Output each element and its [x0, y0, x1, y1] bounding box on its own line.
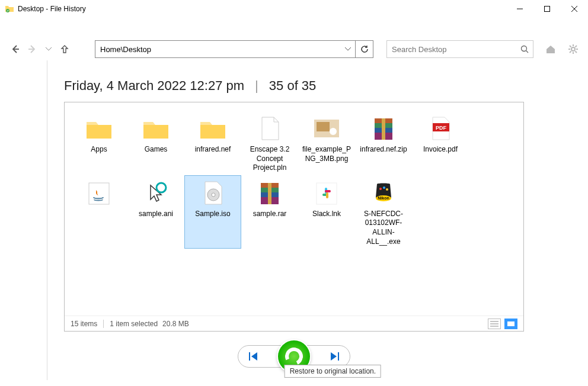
back-button[interactable] — [9, 42, 20, 56]
file-label: Slack.lnk — [312, 210, 341, 219]
forward-button[interactable] — [27, 42, 38, 56]
heading-separator: | — [255, 78, 258, 94]
svg-rect-2 — [545, 7, 550, 12]
sidebar — [0, 60, 47, 380]
title-bar: Desktop - File History — [0, 0, 588, 18]
search-box — [386, 40, 533, 58]
file-item[interactable] — [71, 175, 127, 249]
file-item[interactable]: Games — [127, 111, 184, 175]
maximize-button[interactable] — [533, 0, 561, 18]
svg-point-7 — [522, 46, 527, 52]
minimize-button[interactable] — [506, 0, 533, 18]
slack-icon — [310, 178, 343, 208]
file-label: Invoice.pdf — [423, 145, 458, 155]
address-dropdown[interactable] — [341, 41, 355, 57]
svg-line-8 — [526, 51, 529, 53]
svg-point-29 — [156, 183, 166, 192]
nikon-icon: Nikon — [367, 178, 400, 208]
file-label: Enscape 3.2 Concept Project.pln — [244, 145, 296, 173]
pdf-icon: PDF — [424, 113, 457, 144]
file-label: infrared.nef.zip — [360, 145, 407, 155]
svg-point-44 — [379, 188, 382, 190]
file-label: sample.rar — [253, 210, 287, 219]
svg-rect-50 — [507, 321, 514, 326]
address-bar — [95, 40, 373, 58]
iso-icon — [196, 178, 229, 208]
svg-point-45 — [383, 186, 385, 189]
svg-rect-41 — [325, 190, 331, 192]
folder-icon — [82, 113, 116, 144]
next-version-button[interactable] — [330, 352, 339, 361]
app-icon — [5, 4, 14, 14]
file-item[interactable]: infrared.nef — [184, 111, 241, 175]
home-icon[interactable] — [545, 43, 556, 56]
svg-rect-52 — [338, 352, 339, 361]
svg-point-46 — [386, 188, 388, 191]
file-item[interactable]: sample.ani — [127, 175, 184, 249]
svg-text:Nikon: Nikon — [378, 196, 389, 200]
snapshot-heading: Friday, 4 March 2022 12:27 pm | 35 of 35 — [0, 60, 588, 102]
svg-line-14 — [570, 46, 571, 47]
file-item[interactable]: Apps — [71, 111, 127, 175]
svg-rect-51 — [249, 352, 250, 361]
previous-version-button[interactable] — [249, 352, 258, 361]
close-button[interactable] — [561, 0, 588, 18]
svg-point-20 — [330, 128, 337, 135]
nav-toolbar — [0, 38, 588, 60]
view-details-icon[interactable] — [488, 319, 501, 329]
file-label: Apps — [91, 145, 107, 155]
svg-point-9 — [571, 47, 575, 51]
up-button[interactable] — [60, 42, 70, 56]
folder-icon — [139, 113, 172, 144]
status-size: 20.8 MB — [162, 320, 189, 328]
search-input[interactable] — [387, 45, 516, 54]
svg-rect-25 — [382, 118, 385, 140]
svg-rect-28 — [89, 183, 109, 204]
svg-line-16 — [576, 46, 577, 47]
file-item[interactable]: PDFInvoice.pdf — [412, 111, 469, 175]
search-icon[interactable] — [516, 45, 533, 53]
file-item[interactable]: NikonS-NEFCDC-013102WF-ALLIN-ALL__.exe — [355, 175, 412, 249]
settings-icon[interactable] — [568, 43, 579, 56]
file-label: file_example_PNG_3MB.png — [301, 145, 353, 163]
cursor-icon — [139, 178, 172, 208]
snapshot-counter: 35 of 35 — [269, 78, 317, 94]
svg-point-31 — [212, 193, 215, 197]
file-label: Games — [145, 145, 168, 155]
file-label: sample.ani — [139, 210, 173, 219]
view-thumbnails-icon[interactable] — [504, 319, 517, 329]
file-label: infrared.nef — [195, 145, 231, 155]
file-item[interactable]: Enscape 3.2 Concept Project.pln — [241, 111, 298, 175]
svg-rect-19 — [317, 122, 330, 131]
file-label: Sample.iso — [195, 210, 230, 219]
svg-line-15 — [576, 52, 577, 53]
refresh-button[interactable] — [355, 41, 373, 57]
status-selection: 1 item selected — [110, 320, 158, 328]
restore-tooltip: Restore to original location. — [285, 365, 381, 378]
svg-rect-36 — [268, 183, 271, 204]
folder-icon — [196, 113, 229, 144]
timeline-controls: Restore to original location. — [0, 339, 588, 374]
file-item[interactable]: file_example_PNG_3MB.png — [298, 111, 355, 175]
java-icon — [82, 178, 116, 208]
file-panel: AppsGamesinfrared.nefEnscape 3.2 Concept… — [64, 102, 524, 332]
svg-rect-40 — [326, 192, 328, 198]
status-bar: 15 items 1 item selected 20.8 MB — [65, 316, 523, 331]
file-item[interactable]: sample.rar — [241, 175, 298, 249]
file-label: S-NEFCDC-013102WF-ALLIN-ALL__.exe — [357, 210, 410, 246]
file-item[interactable]: Sample.iso — [184, 175, 241, 249]
svg-line-17 — [570, 52, 571, 53]
archive-icon — [253, 178, 286, 208]
file-item[interactable]: infrared.nef.zip — [355, 111, 412, 175]
status-item-count: 15 items — [71, 320, 97, 328]
window-title: Desktop - File History — [18, 5, 86, 13]
svg-text:PDF: PDF — [436, 125, 447, 131]
file-grid: AppsGamesinfrared.nefEnscape 3.2 Concept… — [65, 102, 523, 257]
image-icon — [310, 113, 343, 144]
file-item[interactable]: Slack.lnk — [298, 175, 355, 249]
history-dropdown[interactable] — [45, 42, 53, 56]
address-input[interactable] — [95, 41, 341, 57]
snapshot-timestamp: Friday, 4 March 2022 12:27 pm — [64, 78, 244, 94]
file-icon — [253, 113, 286, 144]
archive-icon — [367, 113, 400, 144]
